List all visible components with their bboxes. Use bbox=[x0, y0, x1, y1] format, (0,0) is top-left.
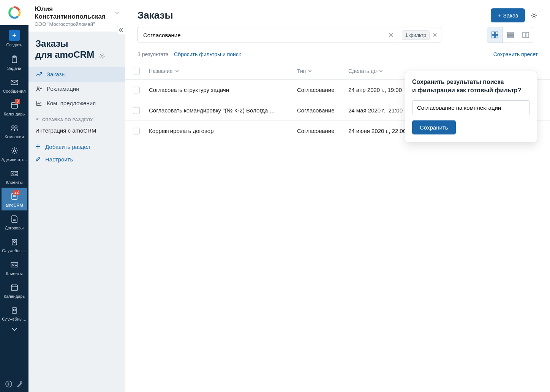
gear-icon bbox=[530, 12, 538, 19]
sidebar-item[interactable]: Заказы bbox=[28, 67, 125, 82]
badge-icon bbox=[9, 237, 19, 247]
svg-point-17 bbox=[13, 309, 15, 311]
sidebar-section-header[interactable]: СПРАВКА ПО РАЗДЕЛУ bbox=[28, 112, 125, 124]
sidebar-item-icon bbox=[35, 100, 42, 107]
svg-rect-23 bbox=[495, 32, 498, 35]
company-name: ООО "Мосгосстройломай" bbox=[35, 21, 119, 27]
rail-item[interactable]: Задачи bbox=[2, 51, 27, 74]
col-name[interactable]: Название bbox=[149, 68, 297, 74]
rail-item[interactable]: Клиенты bbox=[2, 256, 27, 279]
badge-icon bbox=[9, 305, 19, 315]
filter-clear[interactable] bbox=[433, 33, 437, 37]
page-title: Заказы bbox=[138, 9, 173, 21]
select-all-checkbox[interactable] bbox=[133, 68, 140, 74]
view-kanban[interactable] bbox=[487, 27, 503, 43]
rail-item-label: Договоры bbox=[5, 226, 24, 230]
sidebar-integration[interactable]: Интеграция с amoCRM bbox=[28, 124, 125, 137]
search-box: 1 фильтр bbox=[138, 27, 441, 43]
col-type[interactable]: Тип bbox=[297, 68, 348, 74]
wrench-icon[interactable] bbox=[16, 380, 24, 388]
rail-item[interactable]: Служебны… bbox=[2, 302, 27, 324]
svg-point-5 bbox=[12, 126, 14, 128]
logo-icon bbox=[8, 6, 21, 19]
row-checkbox[interactable] bbox=[133, 107, 140, 114]
sidebar-configure-label: Настроить bbox=[45, 156, 73, 163]
sidebar-settings-icon[interactable] bbox=[99, 53, 106, 59]
reset-filters-link[interactable]: Сбросить фильтры и поиск bbox=[174, 51, 241, 57]
close-icon bbox=[433, 33, 437, 37]
rail-item-label: Клиенты bbox=[6, 180, 22, 185]
svg-point-7 bbox=[13, 150, 16, 152]
rail-item[interactable]: Календарь9 bbox=[2, 96, 27, 119]
svg-rect-24 bbox=[492, 35, 495, 38]
svg-point-6 bbox=[15, 126, 17, 128]
rail-item-label: Администр… bbox=[2, 157, 27, 162]
rail-item-label: Компания bbox=[5, 134, 24, 139]
sidebar-item-icon bbox=[35, 85, 42, 92]
sidebar-item-label: Рекламации bbox=[47, 85, 79, 92]
preset-name-input[interactable] bbox=[412, 100, 530, 115]
mail-icon bbox=[9, 77, 19, 87]
sidebar-section-label: СПРАВКА ПО РАЗДЕЛУ bbox=[42, 117, 93, 122]
user-menu[interactable]: Юлия Константинопольская bbox=[35, 5, 119, 21]
sidebar-add-label: Добавить раздел bbox=[45, 144, 90, 150]
plus-icon: + bbox=[498, 12, 501, 19]
chevron-down-icon bbox=[308, 70, 312, 73]
rail-item[interactable]: Календарь bbox=[2, 279, 27, 302]
clipboard-icon bbox=[9, 55, 19, 65]
idcard-icon bbox=[9, 169, 19, 179]
sidebar-title-1: Заказы bbox=[35, 38, 68, 49]
search-clear[interactable] bbox=[384, 32, 398, 38]
rail-item[interactable]: Сообщения bbox=[2, 74, 27, 96]
save-preset-link[interactable]: Сохранить пресет bbox=[493, 51, 538, 57]
columns-icon bbox=[522, 31, 529, 39]
rail-item[interactable]: Договоры bbox=[2, 210, 27, 233]
page-settings-button[interactable] bbox=[530, 12, 538, 19]
sidebar-item[interactable]: Рекламации bbox=[28, 82, 125, 96]
svg-rect-13 bbox=[11, 262, 18, 267]
rail-footer bbox=[0, 376, 28, 392]
plus-icon bbox=[35, 144, 41, 149]
svg-point-19 bbox=[101, 55, 103, 57]
rail-create[interactable]: + Создать bbox=[0, 25, 28, 51]
svg-point-21 bbox=[533, 14, 535, 17]
rail-item[interactable]: Клиенты bbox=[2, 165, 27, 188]
cell-type: Согласование bbox=[297, 87, 348, 93]
svg-point-20 bbox=[37, 87, 39, 89]
view-split[interactable] bbox=[518, 27, 533, 43]
rail-item-label: Задачи bbox=[7, 66, 21, 71]
new-order-button[interactable]: + Заказ bbox=[491, 8, 525, 22]
people-icon bbox=[9, 123, 19, 133]
rail-item[interactable]: Служебны… bbox=[2, 233, 27, 256]
chevron-down-icon bbox=[175, 70, 179, 73]
row-checkbox[interactable] bbox=[133, 128, 140, 134]
rail-item[interactable]: Компания bbox=[2, 119, 27, 142]
rail-item-label: Календарь bbox=[4, 112, 25, 116]
search-input[interactable] bbox=[138, 27, 384, 43]
svg-rect-25 bbox=[495, 35, 498, 38]
new-order-label: Заказ bbox=[503, 12, 518, 19]
view-list[interactable] bbox=[503, 27, 518, 43]
sidebar-configure[interactable]: Настроить bbox=[28, 153, 125, 166]
row-checkbox[interactable] bbox=[133, 87, 140, 93]
chevron-down-icon bbox=[379, 70, 383, 73]
rail-item[interactable]: Администр… bbox=[2, 142, 27, 165]
sidebar-item[interactable]: Ком. предложения bbox=[28, 96, 125, 111]
rail-item-label: Календарь bbox=[4, 294, 25, 299]
sidebar-add-section[interactable]: Добавить раздел bbox=[28, 141, 125, 153]
sidebar: Юлия Константинопольская ООО "Мосгосстро… bbox=[28, 0, 125, 392]
rail-item[interactable]: amoCRM22 bbox=[2, 188, 27, 210]
close-icon bbox=[388, 32, 394, 38]
rail-badge: 22 bbox=[13, 190, 20, 195]
rail-more-arrow[interactable] bbox=[12, 324, 17, 334]
svg-point-9 bbox=[13, 173, 14, 174]
sidebar-collapse[interactable] bbox=[117, 26, 125, 34]
popover-save-button[interactable]: Сохранить bbox=[412, 120, 456, 134]
results-count: 3 результата bbox=[138, 51, 169, 57]
filter-chip[interactable]: 1 фильтр bbox=[402, 30, 430, 40]
nav-rail: + Создать ЗадачиСообщенияКалендарь9Компа… bbox=[0, 0, 28, 392]
main-header: Заказы + Заказ bbox=[125, 0, 550, 27]
rail-add-icon[interactable] bbox=[5, 380, 13, 388]
cell-type: Согласование bbox=[297, 128, 348, 134]
grid-icon bbox=[491, 31, 499, 39]
